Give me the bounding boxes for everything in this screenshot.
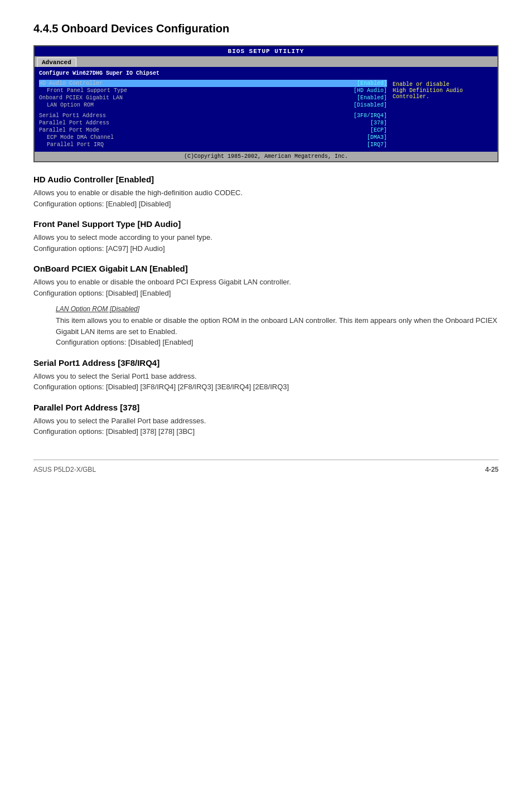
page-footer: ASUS P5LD2-X/GBL 4-25 <box>33 460 499 474</box>
section-title-onboard-lan: OnBoard PCIEX Gigabit LAN [Enabled] <box>33 264 499 273</box>
section-parallel-port: Parallel Port Address [378]Allows you to… <box>33 403 499 437</box>
bios-item-label: LAN Option ROM <box>47 102 94 108</box>
bios-footer: (C)Copyright 1985-2002, American Megatre… <box>35 152 497 161</box>
sections-container: HD Audio Controller [Enabled]Allows you … <box>33 175 499 437</box>
bios-item-value: [378] <box>370 120 387 126</box>
subsection-body-onboard-lan: This item allows you to enable or disabl… <box>56 315 499 348</box>
bios-tabs: Advanced <box>35 56 497 67</box>
section-body-onboard-lan: Allows you to enable or disable the onbo… <box>33 277 499 298</box>
bios-item-label: Front Panel Support Type <box>47 88 127 94</box>
bios-item-label: Parallel Port IRQ <box>47 142 104 148</box>
subsection-title-onboard-lan: LAN Option ROM [Disabled] <box>56 305 499 313</box>
bios-item: LAN Option ROM[Disabled] <box>39 102 387 109</box>
bios-item: ECP Mode DMA Channel[DMA3] <box>39 134 387 141</box>
section-title-parallel-port: Parallel Port Address [378] <box>33 403 499 412</box>
bios-section-title: Configure Win627DHG Super IO Chipset <box>39 70 387 76</box>
bios-item-value: [Disabled] <box>354 102 387 108</box>
bios-item-value: [Enabled] <box>357 80 387 86</box>
bios-item: HD Audio Controller[Enabled] <box>39 80 387 87</box>
section-body-serial-port: Allows you to select the Serial Port1 ba… <box>33 371 499 393</box>
bios-item: Parallel Port IRQ[IRQ7] <box>39 141 387 148</box>
footer-product-name: ASUS P5LD2-X/GBL <box>33 466 96 474</box>
page-title: 4.4.5 Onboard Devices Configuration <box>33 22 499 35</box>
section-hd-audio: HD Audio Controller [Enabled]Allows you … <box>33 175 499 209</box>
section-serial-port: Serial Port1 Address [3F8/IRQ4]Allows yo… <box>33 358 499 393</box>
bios-item-value: [Enabled] <box>357 95 387 101</box>
section-title-hd-audio: HD Audio Controller [Enabled] <box>33 175 499 184</box>
bios-item-label: Parallel Port Address <box>39 120 109 126</box>
bios-item: Serial Port1 Address[3F8/IRQ4] <box>39 112 387 119</box>
bios-screenshot: BIOS SETUP UTILITY Advanced Configure Wi… <box>33 45 499 162</box>
bios-right-panel: Enable or disableHigh Definition AudioCo… <box>393 70 493 148</box>
bios-item-value: [IRQ7] <box>367 142 387 148</box>
section-title-front-panel: Front Panel Support Type [HD Audio] <box>33 219 499 229</box>
section-body-front-panel: Allows you to select mode according to y… <box>33 232 499 254</box>
bios-item-label: Onboard PCIEX Gigabit LAN <box>39 95 123 101</box>
bios-tab-advanced: Advanced <box>37 57 76 67</box>
subsection-onboard-lan: LAN Option ROM [Disabled]This item allow… <box>56 305 499 348</box>
section-title-serial-port: Serial Port1 Address [3F8/IRQ4] <box>33 358 499 368</box>
bios-header: BIOS SETUP UTILITY <box>35 46 497 56</box>
bios-body: Configure Win627DHG Super IO Chipset HD … <box>35 67 497 152</box>
bios-item-label: Parallel Port Mode <box>39 127 99 133</box>
bios-left-panel: Configure Win627DHG Super IO Chipset HD … <box>39 70 387 148</box>
bios-item-label: HD Audio Controller <box>39 80 103 86</box>
bios-item-value: [HD Audio] <box>354 88 387 94</box>
bios-item: Parallel Port Address[378] <box>39 119 387 127</box>
bios-item-label: Serial Port1 Address <box>39 113 106 119</box>
bios-item-label: ECP Mode DMA Channel <box>47 134 114 141</box>
bios-item-value: [DMA3] <box>367 134 387 141</box>
section-body-parallel-port: Allows you to select the Parallel Port b… <box>33 416 499 437</box>
bios-items: HD Audio Controller[Enabled]Front Panel … <box>39 80 387 148</box>
section-onboard-lan: OnBoard PCIEX Gigabit LAN [Enabled]Allow… <box>33 264 499 348</box>
bios-item-value: [3F8/IRQ4] <box>354 113 387 119</box>
bios-item-value: [ECP] <box>370 127 387 133</box>
bios-item: Onboard PCIEX Gigabit LAN[Enabled] <box>39 94 387 102</box>
section-body-hd-audio: Allows you to enable or disable the high… <box>33 187 499 209</box>
section-front-panel: Front Panel Support Type [HD Audio]Allow… <box>33 219 499 254</box>
footer-page-number: 4-25 <box>485 466 499 474</box>
bios-item: Front Panel Support Type[HD Audio] <box>39 87 387 94</box>
bios-item: Parallel Port Mode[ECP] <box>39 127 387 134</box>
